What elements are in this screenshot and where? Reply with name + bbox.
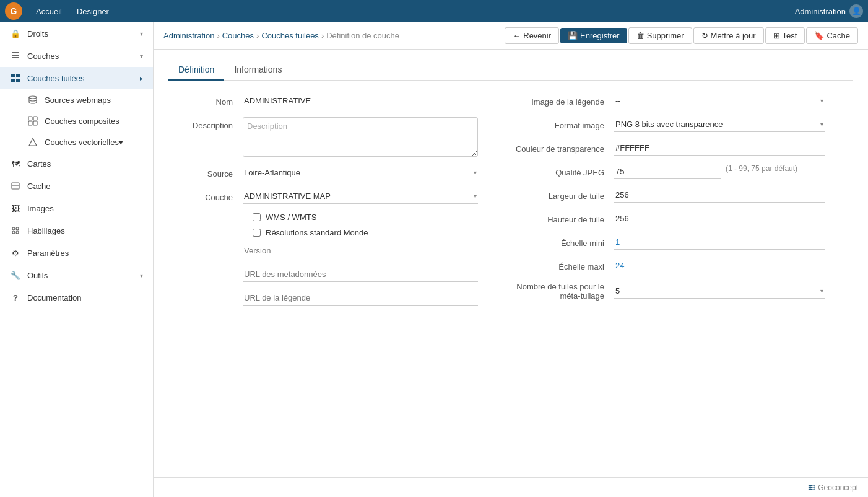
sidebar-item-couches-tuilees[interactable]: Couches tuilées ▸	[0, 67, 153, 89]
format-image-select[interactable]: PNG 8 bits avec transparence	[614, 117, 825, 131]
svg-rect-8	[28, 117, 32, 120]
svg-rect-9	[33, 117, 37, 120]
source-label: Source	[168, 165, 243, 178]
sub-item-label: Sources webmaps	[45, 95, 111, 105]
sidebar: 🔒 Droits ▾ Couches ▾	[0, 22, 154, 497]
echelle-mini-input[interactable]	[614, 235, 825, 250]
breadcrumb-sep2: ›	[256, 31, 259, 40]
largeur-tuile-input[interactable]	[614, 188, 825, 203]
breadcrumb-current: Définition de couche	[326, 31, 399, 40]
footer: ≋ Geoconcept	[154, 477, 868, 497]
nb-tuiles-select[interactable]: 5	[614, 284, 825, 298]
svg-rect-0	[12, 55, 19, 56]
sidebar-item-parametres[interactable]: ⚙ Paramètres	[0, 242, 153, 264]
navbar: G Accueil Designer Administration 👤	[0, 0, 868, 22]
form-right: Image de la légende -- ▾ Format image	[515, 94, 825, 314]
sidebar-item-couches-composites[interactable]: Couches composites	[0, 110, 153, 131]
couche-chevron-icon: ▾	[474, 193, 477, 200]
toolbar-actions: ← Revenir 💾 Enregistrer 🗑 Supprimer ↻ Me…	[505, 27, 858, 44]
cache-button[interactable]: 🔖 Cache	[806, 27, 858, 44]
breadcrumb-admin[interactable]: Administration	[163, 31, 214, 40]
breadcrumb-couches[interactable]: Couches	[222, 31, 254, 40]
tab-definition[interactable]: Définition	[168, 59, 224, 81]
tab-bar: Définition Informations	[168, 59, 853, 81]
layers-icon	[10, 50, 21, 61]
style-icon	[10, 225, 21, 236]
breadcrumb-couches-tuilees[interactable]: Couches tuilées	[261, 31, 319, 40]
format-image-label: Format image	[515, 117, 614, 130]
image-legende-select[interactable]: --	[614, 94, 825, 108]
app-logo: G	[5, 2, 22, 20]
source-select[interactable]: Loire-Atlantique	[243, 165, 478, 180]
back-button[interactable]: ← Revenir	[505, 27, 559, 44]
wms-label[interactable]: WMS / WMTS	[266, 213, 316, 222]
format-image-row: Format image PNG 8 bits avec transparenc…	[515, 117, 825, 132]
sidebar-item-outils[interactable]: 🔧 Outils ▾	[0, 264, 153, 286]
svg-point-15	[12, 227, 15, 230]
sidebar-item-cache[interactable]: Cache	[0, 175, 153, 197]
version-input[interactable]	[243, 244, 478, 258]
update-button[interactable]: ↻ Mettre à jour	[693, 27, 764, 44]
nb-tuiles-label: Nombre de tuiles pour le méta-tuilage	[515, 282, 614, 301]
largeur-tuile-label: Largeur de tuile	[515, 188, 614, 201]
url-meta-input[interactable]	[243, 267, 478, 282]
hauteur-tuile-label: Hauteur de tuile	[515, 211, 614, 224]
version-row	[168, 244, 478, 258]
sidebar-item-label: Cartes	[27, 159, 51, 169]
largeur-tuile-row: Largeur de tuile	[515, 188, 825, 203]
svg-point-16	[16, 227, 19, 230]
svg-rect-3	[11, 74, 15, 77]
sub-item-label: Couches vectorielles	[45, 138, 119, 147]
source-row: Source Loire-Atlantique ▾	[168, 165, 478, 180]
qualite-jpeg-hint: (1 - 99, 75 par défaut)	[726, 164, 797, 173]
sidebar-item-cartes[interactable]: 🗺 Cartes	[0, 152, 153, 175]
sidebar-item-couches[interactable]: Couches ▾	[0, 45, 153, 67]
nom-input[interactable]	[243, 94, 478, 108]
chevron-down-icon: ▾	[140, 272, 143, 279]
sidebar-item-images[interactable]: 🖼 Images	[0, 197, 153, 219]
vector-icon	[27, 136, 38, 147]
navbar-right: Administration 👤	[795, 4, 863, 18]
wms-checkbox[interactable]	[253, 213, 261, 221]
save-icon: 💾	[568, 31, 578, 40]
sidebar-item-droits[interactable]: 🔒 Droits ▾	[0, 22, 153, 45]
composite-icon	[27, 115, 38, 126]
svg-rect-5	[11, 79, 15, 82]
sidebar-item-habillages[interactable]: Habillages	[0, 219, 153, 242]
hauteur-tuile-input[interactable]	[614, 211, 825, 226]
sidebar-item-couches-vectorielles[interactable]: Couches vectorielles ▾	[0, 131, 153, 152]
echelle-maxi-row: Échelle maxi	[515, 258, 825, 273]
nav-designer-link[interactable]: Designer	[71, 3, 115, 20]
echelle-maxi-label: Échelle maxi	[515, 258, 614, 271]
format-image-select-wrapper: PNG 8 bits avec transparence ▾	[614, 117, 825, 132]
sidebar-item-label: Couches tuilées	[27, 74, 85, 83]
url-legende-label	[168, 291, 243, 294]
footer-logo-text: Geoconcept	[818, 483, 858, 492]
description-textarea[interactable]	[243, 117, 478, 157]
couche-select[interactable]: ADMINISTRATIVE MAP	[243, 189, 478, 203]
sidebar-item-sources-webmaps[interactable]: Sources webmaps	[0, 89, 153, 110]
chevron-down-icon: ▾	[119, 138, 123, 147]
source-chevron-icon: ▾	[474, 169, 477, 176]
url-meta-row	[168, 267, 478, 282]
sidebar-item-documentation[interactable]: ? Documentation	[0, 286, 153, 309]
test-button[interactable]: ⊞ Test	[765, 27, 805, 44]
qualite-jpeg-input[interactable]	[614, 164, 721, 179]
url-legende-input[interactable]	[243, 291, 478, 306]
save-button[interactable]: 💾 Enregistrer	[560, 28, 627, 43]
nav-home-link[interactable]: Accueil	[30, 3, 68, 20]
svg-rect-2	[12, 52, 19, 53]
couleur-trans-input[interactable]	[614, 141, 825, 156]
tab-informations[interactable]: Informations	[224, 59, 292, 81]
couche-row: Couche ADMINISTRATIVE MAP ▾	[168, 189, 478, 204]
nav-admin-label: Administration	[795, 7, 846, 16]
svg-rect-13	[12, 183, 19, 189]
resolutions-checkbox[interactable]	[253, 229, 261, 237]
back-icon: ←	[513, 31, 521, 40]
image-legende-label: Image de la légende	[515, 94, 614, 107]
url-legende-row	[168, 291, 478, 306]
echelle-maxi-input[interactable]	[614, 258, 825, 273]
delete-button[interactable]: 🗑 Supprimer	[628, 27, 692, 44]
sidebar-item-label: Habillages	[27, 226, 65, 235]
resolutions-label[interactable]: Résolutions standard Monde	[266, 228, 368, 237]
